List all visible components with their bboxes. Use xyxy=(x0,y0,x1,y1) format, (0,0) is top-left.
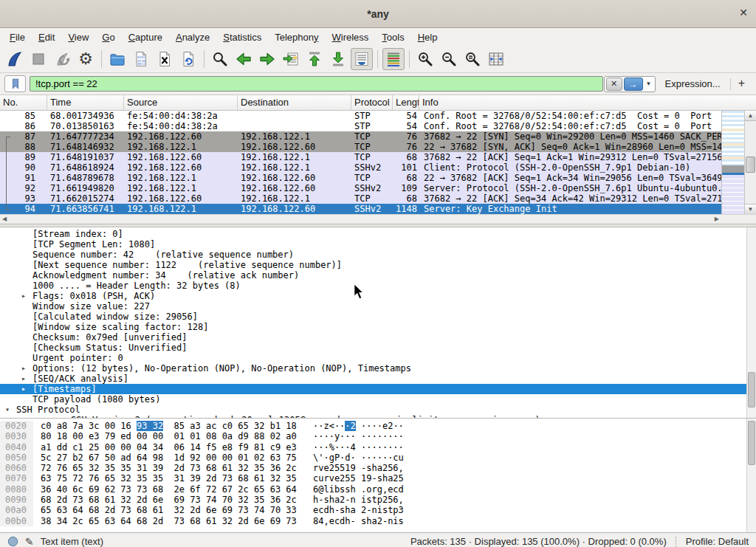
menu-edit[interactable]: Edit xyxy=(32,30,61,45)
detail-line[interactable]: [Calculated window size: 29056] xyxy=(0,312,746,322)
detail-line[interactable]: [Stream index: 0] xyxy=(0,229,746,239)
menu-capture[interactable]: Capture xyxy=(122,30,169,45)
detail-line[interactable]: TCP payload (1080 bytes) xyxy=(0,394,746,405)
intelligent-scrollbar-minimap[interactable] xyxy=(721,111,744,214)
hex-row[interactable]: 0020c0 a8 7a 3c 00 16 93 32 85 a3 ac c0 … xyxy=(0,421,746,431)
menu-wireless[interactable]: Wireless xyxy=(326,30,376,45)
hex-row[interactable]: 006072 76 65 32 35 35 31 39 2d 73 68 61 … xyxy=(0,463,746,473)
menu-telephony[interactable]: Telephony xyxy=(268,30,325,45)
scroll-right-arrow-icon[interactable]: ▶ xyxy=(715,215,719,223)
scrollbar-thumb[interactable] xyxy=(748,372,755,407)
scrollbar-thumb[interactable] xyxy=(748,421,755,465)
packet-list-hscrollbar[interactable]: ◀ ▶ xyxy=(0,214,756,224)
hex-row[interactable]: 00b038 34 2c 65 63 64 68 2d 73 68 61 32 … xyxy=(0,516,746,526)
packet-row[interactable]: 9271.661949820192.168.122.1192.168.122.6… xyxy=(0,183,721,193)
expert-info-icon[interactable] xyxy=(7,536,18,547)
open-file-button[interactable] xyxy=(106,48,128,70)
detail-line[interactable]: Checksum: 0x79ed [unverified] xyxy=(0,332,746,343)
packet-row[interactable]: 9171.648789678192.168.122.1192.168.122.6… xyxy=(0,173,721,183)
collapsed-arrow-icon[interactable]: ▸ xyxy=(21,291,26,301)
hex-row[interactable]: 009068 2d 73 68 61 32 2d 6e 69 73 74 70 … xyxy=(0,495,746,505)
menu-statistics[interactable]: Statistics xyxy=(216,30,268,45)
auto-scroll-button[interactable] xyxy=(351,48,373,70)
reload-file-button[interactable] xyxy=(177,48,199,70)
zoom-out-button[interactable] xyxy=(438,48,460,70)
hex-row[interactable]: 00a065 63 64 68 2d 73 68 61 32 2d 6e 69 … xyxy=(0,505,746,515)
column-header-time[interactable]: Time xyxy=(47,95,124,110)
expression-button[interactable]: Expression... xyxy=(659,78,726,89)
detail-line[interactable]: ▸[SEQ/ACK analysis] xyxy=(0,374,746,384)
detail-line[interactable]: Acknowledgment number: 34 (relative ack … xyxy=(0,270,746,281)
scroll-up-arrow-icon[interactable]: ▲ xyxy=(745,111,756,121)
capture-options-button[interactable]: ⚙ xyxy=(75,48,97,70)
profile-text[interactable]: Profile: Default xyxy=(686,536,749,547)
hex-row[interactable]: 008036 40 6c 69 62 73 73 68 2e 6f 72 67 … xyxy=(0,484,746,495)
detail-line[interactable]: Sequence number: 42 (relative sequence n… xyxy=(0,250,746,260)
collapsed-arrow-icon[interactable]: ▸ xyxy=(47,415,51,418)
go-to-top-button[interactable] xyxy=(303,48,326,70)
collapsed-arrow-icon[interactable]: ▸ xyxy=(21,363,26,374)
go-to-bottom-button[interactable] xyxy=(327,48,349,70)
detail-line[interactable]: ▸Options: (12 bytes), No-Operation (NOP)… xyxy=(0,363,746,374)
resize-columns-button[interactable] xyxy=(485,48,507,70)
hex-row[interactable]: 0040a1 dd c1 25 00 00 04 34 06 14 f5 e8 … xyxy=(0,442,746,453)
detail-line[interactable]: [Next sequence number: 1122 (relative se… xyxy=(0,260,746,270)
detail-line[interactable]: ▸Flags: 0x018 (PSH, ACK) xyxy=(0,291,746,301)
column-header-destination[interactable]: Destination xyxy=(238,95,351,110)
go-to-packet-button[interactable] xyxy=(280,48,302,70)
go-forward-button[interactable] xyxy=(256,48,278,70)
column-header-source[interactable]: Source xyxy=(124,95,238,110)
close-window-button[interactable]: ✕ xyxy=(739,7,748,18)
stop-capture-button[interactable] xyxy=(27,48,49,70)
column-header-info[interactable]: Info xyxy=(419,95,756,110)
zoom-original-button[interactable] xyxy=(461,48,484,70)
collapsed-arrow-icon[interactable]: ▸ xyxy=(21,384,26,394)
column-header-protocol[interactable]: Protocol xyxy=(351,95,393,110)
display-filter-input[interactable]: !tcp.port == 22 xyxy=(30,76,603,92)
start-capture-button[interactable] xyxy=(4,48,26,70)
restart-capture-button[interactable] xyxy=(51,48,73,70)
menu-tools[interactable]: Tools xyxy=(375,30,410,45)
packet-row[interactable]: 9471.663856741192.168.122.1192.168.122.6… xyxy=(0,204,721,214)
menu-view[interactable]: View xyxy=(61,30,95,45)
scrollbar-thumb[interactable] xyxy=(746,156,755,173)
detail-line[interactable]: Urgent pointer: 0 xyxy=(0,353,746,363)
hex-row[interactable]: 003080 18 00 e3 79 ed 00 00 01 01 08 0a … xyxy=(0,431,746,441)
zoom-in-button[interactable] xyxy=(414,48,436,70)
hex-row[interactable]: 007063 75 72 76 65 32 35 35 31 39 2d 73 … xyxy=(0,473,746,484)
column-header-length[interactable]: Length xyxy=(393,95,419,110)
detail-line[interactable]: [TCP Segment Len: 1080] xyxy=(0,239,746,250)
packet-row[interactable]: 8568.001734936fe:54:00:d4:38:2aSTP54Conf… xyxy=(0,111,721,121)
go-back-button[interactable] xyxy=(233,48,255,70)
packet-row[interactable]: 8771.647777234192.168.122.60192.168.122.… xyxy=(0,131,721,142)
capture-comment-icon[interactable]: ✎ xyxy=(25,536,34,547)
detail-line[interactable]: [Checksum Status: Unverified] xyxy=(0,343,746,353)
menu-analyze[interactable]: Analyze xyxy=(169,30,216,45)
filter-dropdown-caret[interactable]: ▼ xyxy=(645,80,653,87)
expanded-arrow-icon[interactable]: ▾ xyxy=(5,405,10,415)
scrollbar-track[interactable] xyxy=(745,121,756,204)
packet-row[interactable]: 9071.648618924192.168.122.60192.168.122.… xyxy=(0,162,721,173)
details-scrollbar[interactable] xyxy=(746,227,756,418)
filter-bookmark-button[interactable] xyxy=(4,75,26,92)
menu-file[interactable]: File xyxy=(3,30,32,45)
menu-go[interactable]: Go xyxy=(95,30,121,45)
save-file-button[interactable]: 010101100011 xyxy=(130,48,152,70)
find-packet-button[interactable] xyxy=(209,48,231,70)
detail-line[interactable]: ▸SSH Version 2 (encryption:chacha20-poly… xyxy=(0,415,746,418)
hex-scrollbar[interactable] xyxy=(746,419,756,532)
detail-line[interactable]: [Window size scaling factor: 128] xyxy=(0,322,746,332)
menu-help[interactable]: Help xyxy=(411,30,444,45)
add-filter-button[interactable]: + xyxy=(735,77,752,92)
packet-row[interactable]: 8971.648191037192.168.122.60192.168.122.… xyxy=(0,152,721,162)
scroll-down-arrow-icon[interactable]: ▼ xyxy=(745,204,756,214)
scroll-left-arrow-icon[interactable]: ◀ xyxy=(2,215,7,223)
detail-line[interactable]: ▸[Timestamps] xyxy=(0,384,746,394)
filter-apply-button[interactable]: → xyxy=(624,78,643,91)
detail-line[interactable]: 1000 .... = Header Length: 32 bytes (8) xyxy=(0,281,746,291)
packet-row[interactable]: 8871.648146932192.168.122.1192.168.122.6… xyxy=(0,142,721,152)
packet-row[interactable]: 8670.013850163fe:54:00:d4:38:2aSTP54Conf… xyxy=(0,121,721,131)
colorize-button[interactable] xyxy=(382,48,405,70)
filter-clear-button[interactable]: ✕ xyxy=(606,78,622,91)
packet-row[interactable]: 9371.662015274192.168.122.60192.168.122.… xyxy=(0,193,721,204)
